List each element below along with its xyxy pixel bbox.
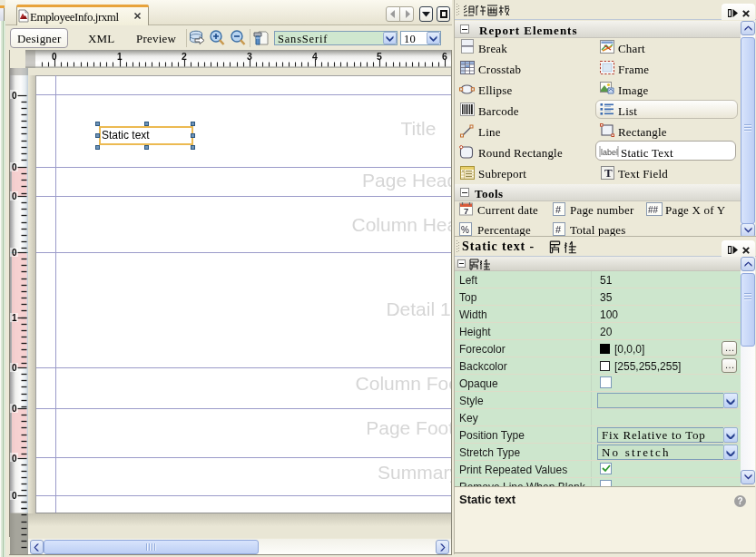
- svg-text:##: ##: [648, 205, 659, 215]
- svg-text:0: 0: [52, 52, 57, 62]
- svg-text:label: label: [601, 148, 618, 157]
- svg-text:7: 7: [464, 206, 468, 216]
- svg-text:1: 1: [12, 313, 17, 323]
- svg-text:2: 2: [182, 51, 187, 62]
- svg-text:3: 3: [247, 51, 252, 62]
- svg-text:0: 0: [12, 191, 17, 201]
- svg-text:0: 0: [12, 162, 17, 172]
- svg-text:#: #: [555, 224, 562, 235]
- svg-text:4: 4: [312, 51, 318, 62]
- svg-text:0: 0: [12, 363, 17, 373]
- svg-text:5: 5: [377, 51, 382, 62]
- svg-text:0: 0: [12, 491, 17, 501]
- svg-text:%: %: [461, 225, 469, 235]
- svg-text:0: 0: [12, 248, 17, 258]
- svg-text:T: T: [604, 166, 613, 180]
- svg-text:6: 6: [442, 51, 447, 62]
- svg-text:0: 0: [12, 91, 17, 101]
- svg-text:1: 1: [117, 52, 123, 62]
- svg-text:#: #: [555, 204, 562, 215]
- svg-text:0: 0: [12, 404, 17, 414]
- svg-text:0: 0: [12, 454, 17, 464]
